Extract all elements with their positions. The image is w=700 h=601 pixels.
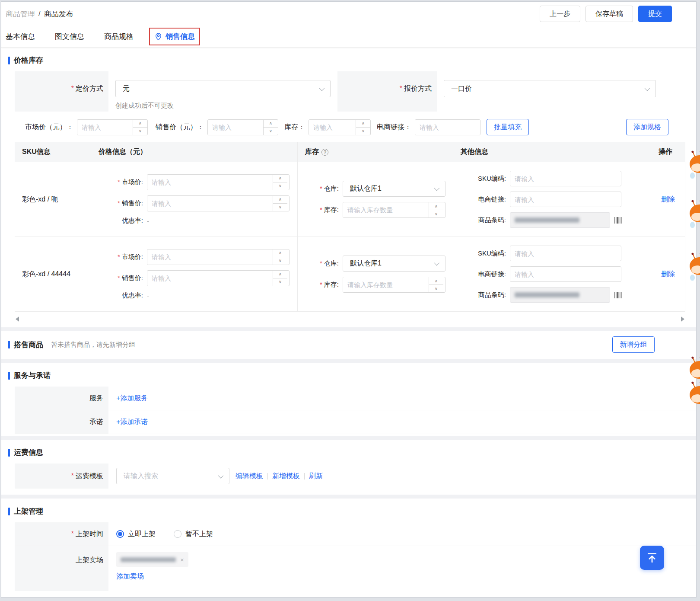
add-template-link[interactable]: 新增模板	[272, 472, 300, 481]
stepper-up-icon[interactable]: ∧	[429, 277, 443, 285]
location-pin-icon	[154, 32, 162, 41]
section-divider	[1, 327, 696, 331]
bulk-sale-price-input[interactable]	[208, 120, 263, 135]
bulk-market-price-input[interactable]	[77, 120, 133, 135]
bundle-header: 搭售商品	[8, 340, 43, 350]
delete-row-link[interactable]: 删除	[661, 195, 675, 204]
stepper-up-icon[interactable]: ∧	[273, 249, 287, 257]
stepper-down-icon[interactable]: ∨	[429, 285, 443, 292]
freight-template-select[interactable]: 请输入搜索	[116, 468, 229, 484]
stepper-up-icon[interactable]: ∧	[273, 175, 287, 182]
price-inventory-header: 价格库存	[8, 55, 696, 65]
stepper-down-icon[interactable]: ∨	[273, 182, 287, 190]
help-icon[interactable]: ?	[321, 149, 328, 156]
sale-price-label: 销售价:	[91, 274, 143, 282]
radio-shelf-later[interactable]: 暂不上架	[174, 530, 213, 539]
stepper-down-icon[interactable]: ∨	[133, 127, 147, 135]
submit-button[interactable]: 提交	[638, 6, 672, 22]
sale-price-input[interactable]	[147, 271, 273, 286]
add-group-button[interactable]: 新增分组	[612, 336, 655, 353]
bulk-link-field	[415, 119, 480, 135]
col-sku-info: SKU信息	[15, 142, 91, 162]
add-marketplace-link[interactable]: 添加卖场	[116, 572, 144, 581]
discount-rate-label: 优惠率:	[91, 217, 143, 225]
pricing-mode-label-cell: 定价方式	[15, 71, 108, 112]
ec-link-input[interactable]	[510, 192, 618, 207]
bulk-link-input[interactable]	[415, 120, 480, 135]
stepper-down-icon[interactable]: ∨	[356, 127, 370, 135]
horizontal-scrollbar[interactable]	[15, 315, 685, 323]
edit-template-link[interactable]: 编辑模板	[235, 472, 263, 481]
stepper-buttons: ∧ ∨	[356, 120, 370, 135]
sale-price-input[interactable]	[147, 196, 273, 211]
barcode-label: 商品条码:	[453, 216, 506, 224]
quote-mode-field-cell: 一口价	[437, 71, 663, 112]
bulk-fill-button[interactable]: 批量填充	[487, 119, 529, 135]
barcode-field-redacted	[510, 287, 610, 303]
col-other-info: 其他信息	[453, 142, 651, 162]
warehouse-select[interactable]: 默认仓库1	[343, 181, 445, 197]
stepper-down-icon[interactable]: ∨	[273, 203, 287, 211]
stepper-up-icon[interactable]: ∧	[273, 196, 287, 203]
market-price-input[interactable]	[147, 249, 273, 265]
market-price-input[interactable]	[147, 175, 273, 190]
save-draft-button[interactable]: 保存草稿	[585, 6, 633, 22]
tab-media-info[interactable]: 图文信息	[55, 32, 84, 42]
stock-input[interactable]	[343, 277, 429, 292]
back-to-top-button[interactable]	[640, 546, 664, 570]
quote-mode-select[interactable]: 一口价	[444, 80, 656, 97]
market-price-stepper: ∧∨	[147, 249, 290, 265]
add-spec-button[interactable]: 添加规格	[626, 119, 668, 135]
quote-mode-label-cell: 报价方式	[337, 71, 437, 112]
stepper-up-icon[interactable]: ∧	[264, 120, 278, 127]
stepper-up-icon[interactable]: ∧	[273, 271, 287, 278]
warehouse-select[interactable]: 默认仓库1	[343, 256, 445, 272]
ec-link-input[interactable]	[510, 267, 618, 281]
freight-title: 运费信息	[14, 448, 43, 457]
bulk-stock-input[interactable]	[309, 120, 356, 135]
tab-spec-info[interactable]: 商品规格	[104, 32, 134, 42]
tab-basic-info[interactable]: 基本信息	[6, 32, 35, 42]
stepper-up-icon[interactable]: ∧	[429, 202, 443, 210]
market-price-label: 市场价:	[91, 253, 143, 261]
warehouse-value: 默认仓库1	[350, 259, 382, 268]
stock-input[interactable]	[343, 202, 429, 217]
barcode-icon	[614, 292, 622, 298]
sku-table: SKU信息 价格信息（元） 库存 ? 其他信息 操作 彩色-xd / 呃 市场价…	[15, 142, 685, 312]
add-promise-link[interactable]: +添加承诺	[116, 418, 148, 427]
stepper-down-icon[interactable]: ∨	[273, 257, 287, 265]
quote-mode-value: 一口价	[451, 84, 472, 93]
delete-row-link[interactable]: 删除	[661, 270, 675, 279]
scroll-left-arrow-icon[interactable]	[16, 316, 19, 322]
pricing-mode-select[interactable]: 元	[115, 80, 331, 97]
stepper-up-icon[interactable]: ∧	[133, 120, 147, 127]
refresh-link[interactable]: 刷新	[309, 472, 323, 481]
price-cell: 市场价: ∧∨ 销售价: ∧∨ 优惠率:	[91, 162, 298, 237]
shelf-market-row: 上架卖场 × 添加卖场	[15, 546, 696, 591]
stepper-up-icon[interactable]: ∧	[356, 120, 370, 127]
sku-code-input[interactable]	[510, 171, 618, 186]
stepper-down-icon[interactable]: ∨	[273, 278, 287, 286]
breadcrumb-parent[interactable]: 商品管理	[6, 9, 35, 19]
service-row: 服务 +添加服务	[15, 387, 696, 410]
section-divider	[1, 359, 696, 363]
operation-cell: 删除	[651, 162, 685, 237]
stock-stepper: ∧∨	[343, 277, 445, 293]
remove-tag-icon[interactable]: ×	[180, 556, 184, 563]
stepper-down-icon[interactable]: ∨	[264, 127, 278, 135]
scroll-right-arrow-icon[interactable]	[681, 316, 684, 322]
col-stock-label: 库存	[305, 147, 319, 157]
chevron-down-icon	[434, 260, 440, 266]
prev-step-button[interactable]: 上一步	[540, 6, 580, 22]
radio-shelf-now[interactable]: 立即上架	[116, 530, 156, 539]
add-service-link[interactable]: +添加服务	[116, 394, 148, 403]
col-stock: 库存 ?	[298, 142, 453, 162]
price-inventory-section: 价格库存 定价方式 元 创建成功后不可更改 报价方式 一口价	[1, 55, 696, 323]
sku-name: 彩色-xd / 呃	[15, 162, 91, 237]
price-cell: 市场价: ∧∨ 销售价: ∧∨ 优惠率:	[91, 237, 298, 311]
stepper-down-icon[interactable]: ∨	[429, 210, 443, 217]
sku-code-field	[510, 246, 621, 261]
tab-sales-info[interactable]: 销售信息	[165, 32, 195, 42]
services-title: 服务与承诺	[14, 371, 51, 380]
sku-code-input[interactable]	[510, 246, 618, 261]
